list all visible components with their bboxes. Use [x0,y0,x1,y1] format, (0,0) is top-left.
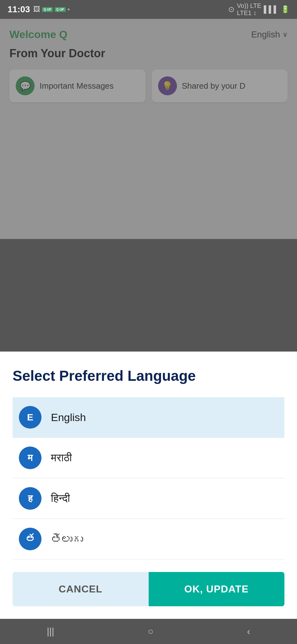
ok-update-button[interactable]: OK, UPDATE [149,572,285,606]
language-item-hindi[interactable]: ह हिन्दी [13,478,284,519]
nav-home-icon[interactable]: ○ [148,626,153,637]
cancel-button[interactable]: CANCEL [13,572,149,606]
lang-name-hindi: हिन्दी [51,492,70,505]
dot-indicator: • [68,5,70,14]
status-icons-left: 🖼 Q UP Q UP • [33,5,70,14]
qup-icon-1: Q UP [42,7,53,12]
status-bar: 11:03 🖼 Q UP Q UP • ⊙ Vo)) LTELTE1 ↕ ▌▌▌… [0,0,297,19]
wifi-icon: ⊙ [228,5,234,14]
nav-back-icon[interactable]: ‹ [247,626,250,637]
language-item-telugu[interactable]: త తెలుగు [13,519,284,559]
sheet-buttons: CANCEL OK, UPDATE [13,572,284,606]
lang-avatar-english: E [19,406,41,429]
lang-avatar-marathi: म [19,447,41,469]
battery-icon: 🔋 [281,5,289,14]
signal-text: Vo)) LTELTE1 ↕ [237,2,261,17]
signal-bars-icon: ▌▌▌ [264,5,278,14]
lang-name-telugu: తెలుగు [51,533,83,545]
lang-name-marathi: मराठी [51,452,72,464]
language-bottom-sheet: Select Preferred Language E English म मर… [0,352,297,619]
lang-avatar-hindi: ह [19,487,41,510]
language-item-marathi[interactable]: म मराठी [13,438,284,478]
photo-icon: 🖼 [33,5,40,14]
bottom-nav: ||| ○ ‹ [0,619,297,644]
lang-name-english: English [51,411,86,424]
nav-recents-icon[interactable]: ||| [47,626,54,637]
sheet-title: Select Preferred Language [13,367,284,385]
status-time: 11:03 [8,4,30,14]
language-item-english[interactable]: E English [13,397,284,438]
status-right: ⊙ Vo)) LTELTE1 ↕ ▌▌▌ 🔋 [228,2,289,17]
overlay [0,19,297,239]
status-left: 11:03 🖼 Q UP Q UP • [8,4,70,14]
lang-avatar-telugu: త [19,528,41,550]
qup-icon-2: Q UP [55,7,65,12]
language-list: E English म मराठी ह हिन्दी త తెలుగు [13,397,284,559]
